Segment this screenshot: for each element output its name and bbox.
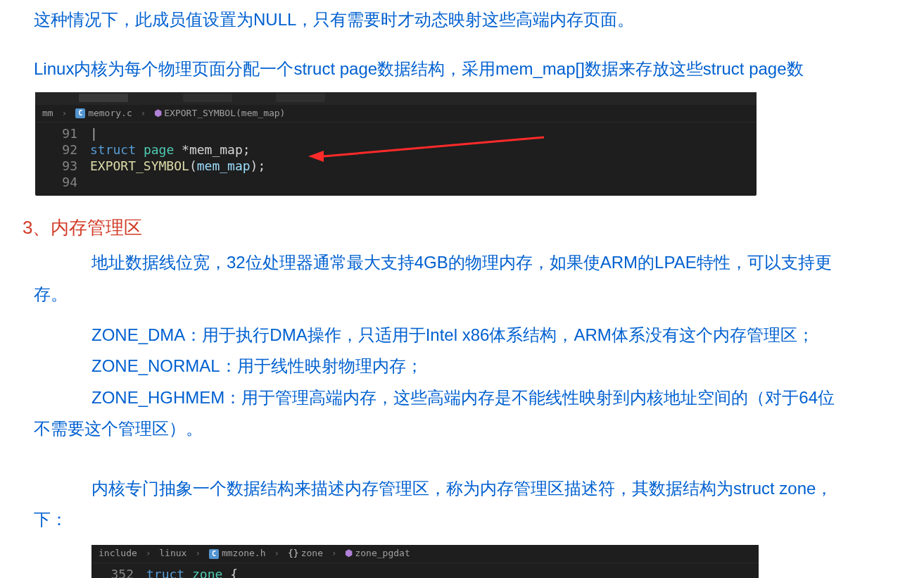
namespace-icon: {} [288, 548, 299, 558]
cursor-icon: | [90, 126, 98, 141]
paragraph-addr-width-2: 存。 [0, 279, 924, 310]
code-line: 92struct page *mem_map; [35, 142, 757, 158]
code-line: 91| [35, 125, 757, 142]
editor-tab[interactable] [79, 94, 128, 102]
breadcrumb-file[interactable]: memory.c [88, 108, 132, 118]
code-editor-mmzone-h: include › linux › Cmmzone.h › {}zone › ⬢… [91, 545, 759, 578]
paragraph-struct-zone-2: 下： [0, 504, 924, 535]
token-punct: ; [258, 158, 265, 173]
token-arg: mem_map [197, 158, 251, 173]
breadcrumb-file[interactable]: mmzone.h [222, 548, 266, 558]
breadcrumb-folder[interactable]: include [99, 548, 137, 558]
token-keyword: truct [146, 567, 184, 578]
symbol-icon: ⬢ [154, 108, 162, 118]
editor-tab[interactable] [183, 94, 232, 102]
paragraph-addr-width-1: 地址数据线位宽，32位处理器通常最大支持4GB的物理内存，如果使ARM的LPAE… [0, 247, 924, 278]
line-number: 92 [35, 142, 90, 157]
code-editor-memory-c: mm › Cmemory.c › ⬢EXPORT_SYMBOL(mem_map)… [35, 92, 757, 196]
token-keyword: struct [90, 142, 136, 157]
chevron-right-icon: › [146, 548, 151, 558]
chevron-right-icon: › [141, 108, 146, 118]
paragraph-null-highmem: 这种情况下，此成员值设置为NULL，只有需要时才动态映射这些高端内存页面。 [0, 4, 924, 35]
breadcrumb[interactable]: mm › Cmemory.c › ⬢EXPORT_SYMBOL(mem_map) [35, 105, 757, 123]
paragraph-zone-normal: ZONE_NORMAL：用于线性映射物理内存； [0, 351, 924, 382]
breadcrumb-folder[interactable]: mm [42, 108, 53, 118]
c-file-icon: C [75, 108, 85, 118]
code-body[interactable]: 352truct zone { 353 /* 只读域 */ [91, 563, 759, 578]
chevron-right-icon: › [61, 108, 67, 118]
breadcrumb[interactable]: include › linux › Cmmzone.h › {}zone › ⬢… [91, 545, 759, 563]
token-type: page [144, 142, 174, 157]
token-identifier: *mem_map [182, 142, 243, 157]
line-number: 93 [35, 158, 90, 173]
chevron-right-icon: › [331, 548, 337, 558]
code-body[interactable]: 91| 92struct page *mem_map; 93EXPORT_SYM… [35, 122, 757, 196]
token-punct: ) [251, 158, 258, 173]
chevron-right-icon: › [274, 548, 279, 558]
code-line: 352truct zone { [91, 566, 759, 578]
paragraph-linux-struct-page: Linux内核为每个物理页面分配一个struct page数据结构，采用mem_… [0, 54, 924, 84]
paragraph-zone-highmem-1: ZONE_HGHMEM：用于管理高端内存，这些高端内存是不能线性映射到内核地址空… [0, 382, 924, 413]
editor-tabbar [35, 92, 757, 105]
breadcrumb-symbol[interactable]: EXPORT_SYMBOL(mem_map) [164, 108, 285, 118]
token-punct: ( [189, 158, 197, 173]
paragraph-zone-highmem-2: 不需要这个管理区）。 [0, 413, 924, 444]
token-punct: ; [243, 142, 251, 157]
c-file-icon: C [209, 549, 219, 559]
breadcrumb-folder[interactable]: linux [159, 548, 186, 558]
chevron-right-icon: › [195, 548, 201, 558]
paragraph-struct-zone-1: 内核专门抽象一个数据结构来描述内存管理区，称为内存管理区描述符，其数据结构为st… [0, 473, 924, 504]
token-punct: { [222, 567, 238, 578]
breadcrumb-symbol[interactable]: zone [301, 548, 323, 558]
token-call: EXPORT_SYMBOL [90, 158, 189, 173]
token-type: zone [192, 567, 222, 578]
document-page: 这种情况下，此成员值设置为NULL，只有需要时才动态映射这些高端内存页面。 Li… [0, 0, 924, 578]
code-line: 94 [35, 174, 757, 190]
line-number: 91 [35, 126, 90, 141]
section-heading-3: 3、内存管理区 [23, 215, 924, 240]
code-line: 93EXPORT_SYMBOL(mem_map); [35, 158, 757, 174]
line-number: 94 [35, 175, 90, 189]
symbol-icon: ⬢ [345, 548, 353, 558]
paragraph-zone-dma: ZONE_DMA：用于执行DMA操作，只适用于Intel x86体系结构，ARM… [0, 320, 924, 351]
breadcrumb-symbol[interactable]: zone_pgdat [355, 548, 410, 558]
editor-tab[interactable] [276, 94, 325, 102]
line-number: 352 [91, 567, 146, 578]
